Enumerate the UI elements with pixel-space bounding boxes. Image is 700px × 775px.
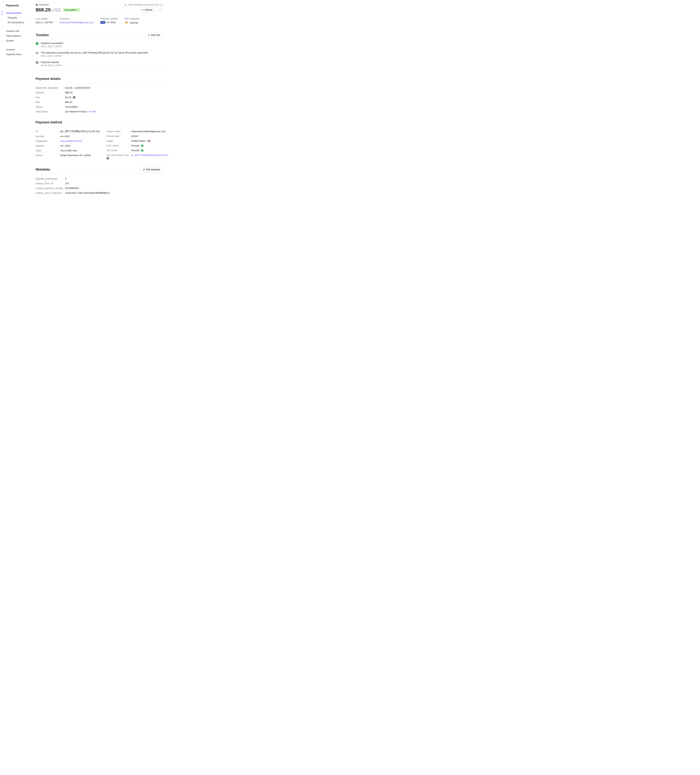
svg-rect-3: [161, 4, 162, 5]
svg-point-15: [141, 149, 143, 152]
meta-value: 21a2ccb0-77da-424f-9548-3ff44ffefdb9:3: [65, 191, 109, 194]
svg-point-4: [159, 10, 160, 10]
svg-rect-11: [36, 53, 38, 53]
info-icon[interactable]: i: [73, 96, 75, 98]
check-icon: [77, 9, 78, 11]
kv-key: Amount: [36, 91, 65, 94]
timeline-title: Timeline: [36, 33, 49, 37]
sidebar-item-all-transactions[interactable]: All transactions: [2, 20, 33, 25]
metadata-title: Metadata: [36, 168, 50, 171]
payment-details-section: Payment details Statement descriptorAJLE…: [36, 77, 163, 114]
sidebar: Payments All payments Disputes All trans…: [0, 0, 33, 775]
kv-key: Fingerprint: [36, 140, 60, 142]
kv-value: Visa credit card: [60, 149, 77, 152]
wallet-icon: [36, 61, 38, 64]
sidebar-item-disputes[interactable]: Disputes: [2, 15, 33, 20]
risk-score-badge: 37: [124, 21, 129, 24]
timeline-time: Dec 6, 2022, 1:29 PM: [41, 55, 148, 57]
timeline-item: Payment succeeded Dec 6, 2022, 1:29 PM: [36, 42, 163, 48]
breadcrumb: PAYMENT: [36, 4, 49, 6]
meta-value: 157: [65, 182, 69, 185]
flag-us-icon: 🇺🇸: [148, 140, 150, 142]
meta-value: 1670358554: [65, 187, 79, 190]
timeline-text: Payment succeeded: [41, 42, 63, 45]
kv-value: AJLEA - LEASTUDIOS: [65, 86, 90, 89]
kv-value: $2.28i: [65, 96, 75, 99]
kv-value: •••• 4242: [60, 135, 70, 138]
svg-rect-12: [36, 62, 38, 64]
visa-badge-icon: VISA: [100, 21, 105, 24]
kv-value: $68.25: [65, 91, 73, 94]
payment-method-title: Payment method: [36, 120, 163, 124]
meta-key: quantity_purchased: [36, 177, 65, 180]
card-icon: [36, 52, 38, 55]
sidebar-item-all-payments[interactable]: All payments: [2, 10, 33, 15]
meta-key: simpay_form_id: [36, 182, 65, 185]
amount-value: $68.25: [36, 7, 51, 12]
kv-key: Owner email: [107, 130, 131, 133]
clipboard-icon[interactable]: [160, 4, 163, 6]
kv-key: Statement descriptor: [36, 86, 65, 89]
dots-icon: [159, 10, 161, 10]
status-badge: Succeeded: [63, 8, 80, 12]
kv-key: CVC check: [107, 144, 131, 147]
sidebar-item-invoices[interactable]: Invoices: [6, 47, 33, 52]
sidebar-item-fraud-risk[interactable]: Fraud & risk: [2, 28, 33, 33]
main-content: PAYMENT pi_3MC7lKI0Mq2JEk1j0pVxCCaO $68.…: [33, 0, 168, 775]
breadcrumb-label: PAYMENT: [39, 4, 49, 6]
sidebar-section-secondary: Invoices Payment links: [6, 47, 33, 57]
refund-button[interactable]: Refund…: [139, 7, 157, 12]
svg-point-6: [161, 10, 161, 10]
card-last4: •••• 4242: [106, 21, 116, 24]
kv-value: Passed: [131, 144, 139, 147]
wallet-icon: [36, 4, 38, 6]
payment-method-label: Payment method: [100, 17, 118, 20]
more-button[interactable]: [158, 7, 163, 12]
kv-key: Number: [36, 135, 60, 138]
timeline-time: Dec 6, 2022, 1:29 PM: [41, 45, 63, 48]
sidebar-item-subscriptions[interactable]: Subscriptions: [2, 33, 33, 38]
kv-value: $65.97: [65, 101, 73, 103]
risk-label: Risk evaluation: [124, 17, 140, 20]
timeline-item: Payment started Dec 6, 2022, 1:29 PM: [36, 61, 163, 67]
last-update-value: Dec 6, 1:29 PM: [36, 21, 53, 24]
customer-link[interactable]: newcustomer@widgetszyx.com: [59, 21, 94, 24]
svg-point-14: [141, 145, 143, 147]
divider: [36, 39, 163, 40]
payment-method-section: Payment method IDpm_1MC7lKI0Mq2JEk1jIsx3…: [36, 120, 163, 160]
customer-label: Customer: [59, 17, 94, 20]
payment-details-title: Payment details: [36, 77, 163, 81]
fingerprint-link[interactable]: PqLtqJZ8fZOVs3ZD: [60, 140, 82, 142]
kv-key: Zip check: [107, 149, 131, 152]
info-icon[interactable]: i: [107, 157, 109, 160]
kv-value: pm_1MC7lKI0Mq2JEk1jIsx3L7qc: [60, 130, 100, 133]
kv-value: 42424: [131, 135, 138, 138]
sidebar-item-payment-links[interactable]: Payment links: [6, 52, 33, 57]
kv-key: Postal code: [107, 135, 131, 138]
kv-key: Expires: [36, 144, 60, 147]
metadata-section: Metadata Edit metadata quantity_purchase…: [36, 167, 163, 195]
payment-amount: $68.25USD: [36, 7, 61, 13]
payment-id: pi_3MC7lKI0Mq2JEk1j0pVxCCaO: [124, 3, 159, 6]
timeline-time: Dec 6, 2022, 1:29 PM: [41, 64, 61, 67]
kv-value: 04 / 2024: [60, 144, 70, 147]
add-note-button[interactable]: Add note: [145, 32, 163, 38]
kv-key: Issuer: [36, 154, 60, 156]
risk-text: Normal: [130, 21, 138, 24]
future-use-link[interactable]: pi_3MC7lKI0Mq2JEk1j0pVxCCaO: [131, 154, 168, 156]
meta-value: 3: [65, 177, 66, 180]
kv-key: Set up for future use i: [107, 154, 131, 160]
edit-description-link[interactable]: Edit: [89, 110, 96, 113]
kv-key: Status: [36, 105, 65, 108]
kv-key: Fee: [36, 96, 65, 99]
undo-icon: [142, 9, 144, 11]
success-icon: [141, 145, 143, 147]
sidebar-section-payments: All payments Disputes All transactions F…: [2, 10, 33, 43]
plus-icon: [148, 34, 150, 36]
sidebar-item-quotes[interactable]: Quotes: [2, 38, 33, 43]
kv-key: Origin: [107, 140, 131, 142]
edit-metadata-button[interactable]: Edit metadata: [141, 167, 163, 172]
meta-key: simpay_price_instances: [36, 191, 65, 194]
kv-value: newcustomer@widgetszyx.com: [131, 130, 166, 133]
kv-value: United States: [131, 140, 146, 142]
